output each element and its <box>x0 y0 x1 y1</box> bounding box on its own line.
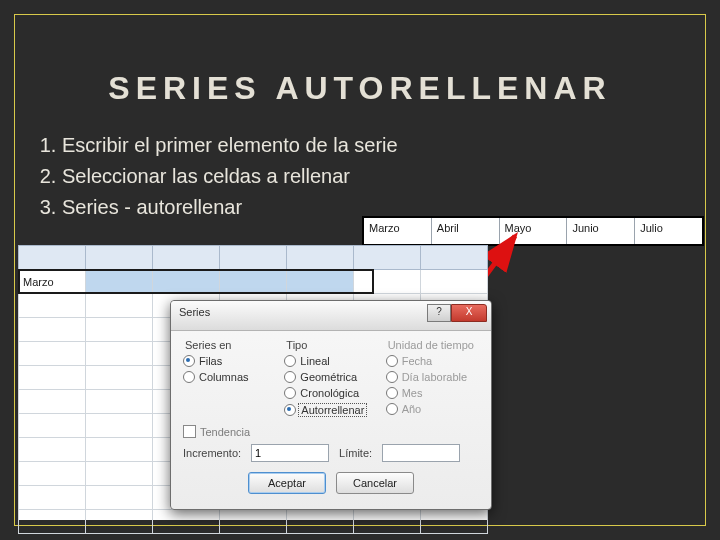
step-3: Series - autorellenar <box>62 192 398 223</box>
radio-cronologica[interactable]: Cronológica <box>284 385 377 401</box>
radio-columnas[interactable]: Columnas <box>183 369 276 385</box>
close-button[interactable]: X <box>451 304 487 322</box>
ok-button[interactable]: Aceptar <box>248 472 326 494</box>
result-months-row: Marzo Abril Mayo Junio Julio <box>362 216 704 246</box>
group-legend: Unidad de tiempo <box>386 339 479 353</box>
radio-mes: Mes <box>386 385 479 401</box>
month-cell: Julio <box>635 218 702 244</box>
month-cell: Abril <box>432 218 500 244</box>
group-legend: Tipo <box>284 339 377 353</box>
incremento-label: Incremento: <box>183 447 241 459</box>
radio-autorrellenar[interactable]: Autorrellenar <box>284 401 377 419</box>
checkbox-icon <box>183 425 196 438</box>
radio-ano: Año <box>386 401 479 417</box>
cancel-button[interactable]: Cancelar <box>336 472 414 494</box>
group-tipo: Tipo Lineal Geométrica Cronológica Autor… <box>284 339 377 419</box>
slide-title: SERIES AUTORELLENAR <box>0 70 720 107</box>
group-unidad: Unidad de tiempo Fecha Día laborable Mes… <box>386 339 479 419</box>
month-cell: Marzo <box>364 218 432 244</box>
limite-label: Límite: <box>339 447 372 459</box>
radio-geometrica[interactable]: Geométrica <box>284 369 377 385</box>
step-2: Seleccionar las celdas a rellenar <box>62 161 398 192</box>
dialog-titlebar[interactable]: Series ? X <box>171 301 491 331</box>
month-cell: Junio <box>567 218 635 244</box>
checkbox-tendencia: Tendencia <box>183 419 479 440</box>
month-cell: Mayo <box>500 218 568 244</box>
cell-first-value[interactable]: Marzo <box>19 270 86 294</box>
radio-fecha: Fecha <box>386 353 479 369</box>
steps-list: Escribir el primer elemento de la serie … <box>28 130 398 223</box>
group-legend: Series en <box>183 339 276 353</box>
step-1: Escribir el primer elemento de la serie <box>62 130 398 161</box>
dialog-title: Series <box>179 306 210 318</box>
group-series-en: Series en Filas Columnas <box>183 339 276 419</box>
series-dialog: Series ? X Series en Filas Columnas Tipo… <box>170 300 492 510</box>
incremento-input[interactable] <box>251 444 329 462</box>
radio-filas[interactable]: Filas <box>183 353 276 369</box>
limite-input[interactable] <box>382 444 460 462</box>
help-button[interactable]: ? <box>427 304 451 322</box>
radio-lineal[interactable]: Lineal <box>284 353 377 369</box>
radio-dia-laborable: Día laborable <box>386 369 479 385</box>
